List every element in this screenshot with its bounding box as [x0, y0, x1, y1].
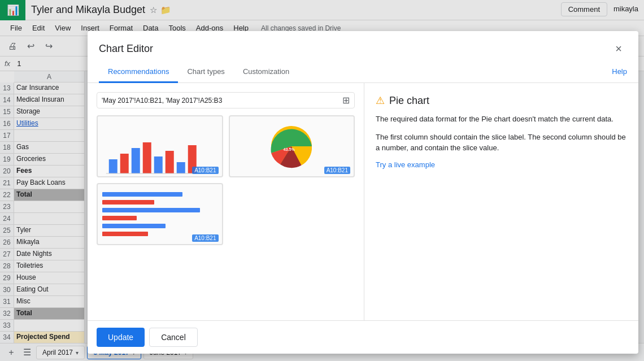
hbar-4: [102, 216, 137, 220]
grid-select-icon[interactable]: ⊞: [342, 95, 350, 106]
warning-icon: ⚠: [376, 94, 385, 107]
hbar-3: [102, 208, 200, 212]
tab-recommendations[interactable]: Recommendations: [99, 62, 178, 83]
svg-rect-0: [109, 159, 118, 173]
live-example-link[interactable]: Try a live example: [376, 160, 435, 169]
close-dialog-button[interactable]: ×: [610, 40, 627, 57]
tab-customization[interactable]: Customization: [234, 62, 298, 83]
chart-editor-dialog: Chart Editor × Recommendations Chart typ…: [88, 31, 638, 354]
pie-desc-1: The required data format for the Pie cha…: [376, 114, 627, 125]
dialog-title: Chart Editor: [99, 43, 153, 55]
hbar-chart-thumbnail[interactable]: A10:B21: [97, 183, 223, 245]
hbar-row: [102, 208, 217, 212]
chart-thumbnails-grid: A10:B21: [97, 115, 355, 245]
pie-chart-label: A10:B21: [324, 167, 350, 174]
svg-rect-5: [166, 151, 174, 173]
svg-rect-4: [154, 156, 163, 173]
data-range-bar: 'May 2017'!A10:B21, 'May 2017'!A25:B3 ⊞: [97, 92, 355, 108]
hbar-1: [102, 192, 182, 197]
dialog-footer: Update Cancel: [88, 320, 638, 354]
hbar-5: [102, 224, 166, 228]
hbar-row: [102, 224, 217, 228]
dialog-header: Chart Editor ×: [88, 31, 638, 57]
hbar-chart-label: A10:B21: [192, 234, 218, 242]
dialog-body: 'May 2017'!A10:B21, 'May 2017'!A25:B3 ⊞: [88, 83, 638, 320]
svg-rect-3: [143, 142, 151, 173]
bar-chart-thumbnail[interactable]: A10:B21: [97, 115, 223, 177]
hbar-row: [102, 200, 217, 205]
hbar-2: [102, 200, 154, 205]
svg-text:43.5%: 43.5%: [284, 147, 295, 152]
pie-desc-2: The first column should contain the slic…: [376, 132, 627, 154]
dialog-tabs: Recommendations Chart types Customizatio…: [88, 62, 638, 83]
left-panel: 'May 2017'!A10:B21, 'May 2017'!A25:B3 ⊞: [88, 83, 364, 320]
help-link[interactable]: Help: [612, 67, 627, 76]
pie-chart-title: Pie chart: [389, 95, 429, 107]
data-range-text: 'May 2017'!A10:B21, 'May 2017'!A25:B3: [102, 97, 339, 105]
cancel-button[interactable]: Cancel: [149, 328, 198, 347]
pie-chart-svg: 43.5%: [269, 124, 314, 169]
pie-chart-thumbnail[interactable]: 43.5% A10:B21: [229, 115, 355, 177]
svg-rect-1: [120, 154, 129, 173]
pie-chart-header: ⚠ Pie chart: [376, 94, 627, 107]
right-panel: ⚠ Pie chart The required data format for…: [364, 83, 638, 320]
svg-rect-6: [177, 162, 185, 173]
hbar-6: [102, 232, 148, 236]
svg-rect-2: [132, 148, 140, 173]
tab-chart-types[interactable]: Chart types: [178, 62, 233, 83]
update-button[interactable]: Update: [97, 328, 145, 347]
hbar-row: [102, 192, 217, 197]
bar-chart-label: A10:B21: [192, 167, 218, 174]
hbar-row: [102, 216, 217, 220]
